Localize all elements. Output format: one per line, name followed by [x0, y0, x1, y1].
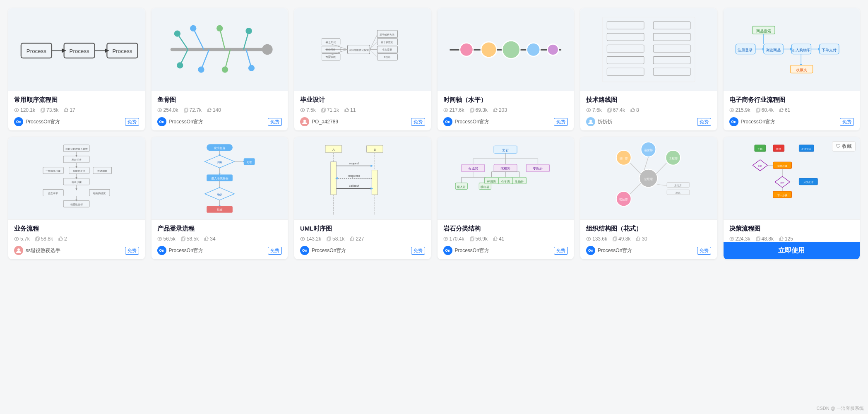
- svg-rect-233: [614, 237, 617, 240]
- author-avatar: On: [157, 246, 166, 255]
- card-stats: 224.3k 48.8k 125: [729, 236, 854, 242]
- svg-line-223: [656, 163, 667, 174]
- copy-count: 73.5k: [40, 107, 58, 113]
- view-count: 7.5k: [300, 107, 316, 113]
- copy-icon: [755, 108, 760, 113]
- card-title: UML时序图: [300, 225, 425, 233]
- svg-rect-82: [653, 68, 690, 75]
- svg-point-29: [248, 65, 254, 71]
- card-title: 业务流程: [14, 225, 139, 233]
- card-biyesheji[interactable]: 回归性能优化探索 基于解析方法 基于参数化 小次度量 R分析 基于知识 神经网络…: [294, 8, 431, 130]
- svg-text:东北方: 东北方: [674, 184, 682, 187]
- svg-line-222: [644, 157, 649, 170]
- copy-icon: [469, 236, 474, 241]
- svg-point-87: [589, 120, 592, 122]
- svg-point-19: [216, 25, 223, 31]
- collect-button[interactable]: ♡ 收藏: [832, 141, 856, 152]
- card-uml[interactable]: A B request response callback UML时序图 143…: [294, 137, 431, 259]
- svg-text:调研步骤: 调研步骤: [72, 181, 82, 183]
- card-thumbnail: [580, 8, 717, 91]
- svg-text:初始化处理输入参数: 初始化处理输入参数: [65, 147, 88, 150]
- svg-point-64: [481, 42, 497, 58]
- svg-point-67: [547, 44, 558, 55]
- svg-text:回归性能优化探索: 回归性能优化探索: [349, 48, 369, 51]
- svg-text:基于知识: 基于知识: [326, 41, 336, 43]
- svg-point-63: [460, 43, 473, 56]
- like-count: 34: [204, 236, 215, 242]
- author-info: On ProcessOn官方: [157, 117, 203, 126]
- svg-rect-74: [653, 22, 690, 29]
- author-info: ss退役熟夜选手: [14, 246, 60, 255]
- svg-text:智能化处理: 智能化处理: [73, 169, 85, 172]
- svg-text:处理: 处理: [247, 161, 252, 164]
- card-shijianzhou[interactable]: 时间轴（水平） 217.6k 69.3k 203 On Proce: [438, 8, 574, 130]
- svg-point-9: [16, 109, 17, 111]
- card-dianzishangwu[interactable]: 注册登录 浏览商品 加入购物车 下单支付 商品搜索 收藏夹 电子商务行业流程图: [724, 8, 860, 130]
- free-badge: 免费: [268, 118, 282, 126]
- use-now-button[interactable]: 立即使用: [724, 242, 860, 259]
- author-name: ProcessOn官方: [169, 247, 203, 254]
- svg-rect-81: [607, 68, 644, 75]
- card-changfeng[interactable]: Process Process Process 常用顺序流程图 120.1k 7…: [8, 8, 145, 130]
- author-info: 忻忻忻: [586, 117, 613, 126]
- svg-rect-165: [372, 170, 378, 195]
- author-info: On ProcessOn官方: [586, 246, 632, 255]
- card-thumbnail: [438, 8, 574, 91]
- copy-count: 56.9k: [469, 236, 488, 242]
- svg-text:一般顺序步骤: 一般顺序步骤: [46, 169, 60, 172]
- svg-rect-157: [182, 237, 185, 240]
- copy-icon: [35, 236, 40, 241]
- eye-icon: [729, 236, 734, 241]
- card-body: 毕业设计 7.5k 71.1k 11 PO_a42789: [294, 91, 431, 130]
- card-juece[interactable]: 开始 错误 处理节点 判断 操作步骤 条件 分支处理 下一步骤 ♡ 收藏 决策流…: [724, 137, 860, 259]
- copy-count: 71.1k: [321, 107, 339, 113]
- svg-rect-174: [327, 238, 330, 241]
- card-body: 产品登录流程 56.5k 58.5k 34 On ProcessO: [151, 220, 288, 259]
- card-zuzhi[interactable]: 总经理 设计部 运营部 工程部 初始部 东北方 副总 组织结构图（花式）: [580, 137, 717, 259]
- svg-text:判断: 判断: [758, 165, 762, 167]
- card-footer: On ProcessOn官方 免费: [300, 246, 425, 255]
- card-yewuliucheng[interactable]: 初始化处理输入参数 发出任务 一般顺序步骤 智能化处理 推进测量 调研步骤 正态…: [8, 137, 145, 259]
- view-count: 215.9k: [729, 107, 750, 113]
- svg-text:错误: 错误: [776, 147, 781, 150]
- card-jishuluxian[interactable]: 技术路线图 7.6k 67.4k 8 忻忻忻: [580, 8, 717, 130]
- card-stats: 217.6k 69.3k 203: [443, 107, 568, 113]
- svg-text:Process: Process: [26, 48, 46, 54]
- copy-count: 69.3k: [469, 107, 488, 113]
- free-badge: 免费: [411, 247, 425, 255]
- copy-icon: [180, 236, 185, 241]
- like-icon: [779, 236, 784, 241]
- svg-text:收藏夹: 收藏夹: [796, 67, 807, 72]
- card-title: 电子商务行业流程图: [729, 96, 854, 104]
- svg-rect-156: [181, 238, 184, 241]
- svg-point-155: [159, 238, 161, 240]
- like-icon: [349, 236, 354, 241]
- svg-line-39: [370, 42, 377, 50]
- author-avatar: On: [586, 246, 595, 255]
- eye-icon: [586, 108, 591, 113]
- card-yugutu[interactable]: 鱼骨图 254.0k 72.7k 140 On ProcessOn: [151, 8, 288, 130]
- like-icon: [58, 236, 63, 241]
- card-yanshi[interactable]: 岩石 火成岩 沉积岩 变质岩 侵入岩 喷出岩 碎屑岩: [438, 137, 574, 259]
- svg-point-208: [445, 238, 447, 240]
- svg-line-221: [630, 163, 641, 174]
- card-title: 技术路线图: [586, 96, 711, 104]
- like-icon: [779, 108, 784, 113]
- svg-rect-10: [41, 109, 44, 112]
- svg-text:A: A: [332, 148, 335, 152]
- svg-point-21: [245, 28, 252, 34]
- author-name: ProcessOn官方: [455, 118, 489, 125]
- eye-icon: [14, 108, 19, 113]
- card-stats: 56.5k 58.5k 34: [157, 236, 282, 242]
- svg-line-24: [201, 49, 209, 70]
- card-dengluliucheng[interactable]: 发出任务 判断 处理 进入系统界面 确认 结束 产品登录流程 56.5: [151, 137, 288, 259]
- author-name: ProcessOn官方: [312, 247, 346, 254]
- card-title: 决策流程图: [729, 225, 854, 233]
- svg-text:callback: callback: [349, 184, 360, 187]
- svg-rect-175: [328, 237, 331, 240]
- svg-rect-85: [608, 109, 611, 112]
- like-count: 227: [349, 236, 364, 242]
- like-count: 140: [207, 107, 221, 113]
- author-info: On ProcessOn官方: [300, 246, 346, 255]
- view-count: 224.3k: [729, 236, 750, 242]
